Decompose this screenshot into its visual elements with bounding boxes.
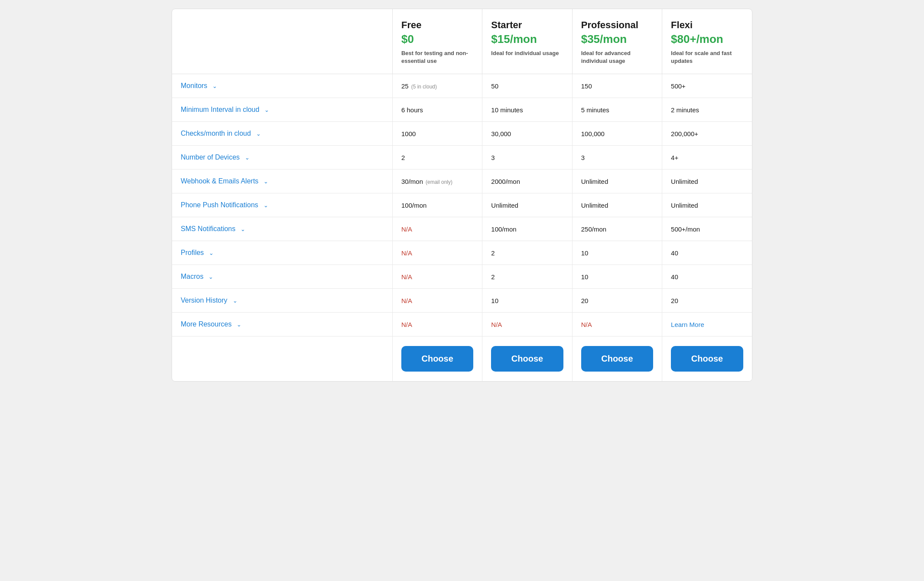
feature-row-10: More Resources ⌄ N/AN/AN/ALearn More bbox=[172, 313, 752, 336]
chevron-down-icon: ⌄ bbox=[264, 178, 268, 185]
feature-row-3: Number of Devices ⌄ 2334+ bbox=[172, 146, 752, 170]
feature-value-row7-col1: 2 bbox=[482, 241, 572, 265]
na-value: N/A bbox=[401, 225, 412, 233]
choose-button-flexi[interactable]: Choose bbox=[671, 346, 743, 372]
choose-button-free[interactable]: Choose bbox=[401, 346, 473, 372]
feature-value-text: 5 minutes bbox=[581, 106, 609, 114]
plan-desc-flexi: Ideal for scale and fast updates bbox=[671, 49, 743, 65]
feature-value-row10-col1: N/A bbox=[482, 313, 572, 336]
pricing-table: Free $0 Best for testing and non-essenti… bbox=[172, 9, 752, 382]
feature-value-row8-col0: N/A bbox=[392, 265, 482, 289]
feature-value-text: 2000/mon bbox=[491, 178, 520, 185]
feature-value-text: 20 bbox=[671, 297, 678, 304]
feature-row-4: Webhook & Emails Alerts ⌄ 30/mon(email o… bbox=[172, 170, 752, 193]
feature-value-row5-col2: Unlimited bbox=[572, 193, 662, 217]
feature-value-text: 2 bbox=[491, 249, 495, 257]
chevron-down-icon: ⌄ bbox=[241, 226, 245, 232]
plan-name-professional: Professional bbox=[581, 20, 653, 31]
feature-value-row1-col3: 2 minutes bbox=[662, 98, 752, 122]
plan-name-flexi: Flexi bbox=[671, 20, 743, 31]
chevron-down-icon: ⌄ bbox=[256, 131, 261, 137]
chevron-down-icon: ⌄ bbox=[237, 321, 241, 328]
feature-label-7[interactable]: Profiles ⌄ bbox=[172, 241, 392, 264]
feature-value-text: Unlimited bbox=[581, 202, 608, 209]
feature-value-row10-col2: N/A bbox=[572, 313, 662, 336]
plan-price-starter: $15/mon bbox=[491, 33, 563, 46]
choose-cell-professional: Choose bbox=[572, 336, 662, 382]
learn-more-link[interactable]: Learn More bbox=[671, 321, 704, 328]
feature-label-10[interactable]: More Resources ⌄ bbox=[172, 313, 392, 336]
feature-label-9[interactable]: Version History ⌄ bbox=[172, 289, 392, 312]
feature-label-text: Phone Push Notifications bbox=[181, 201, 258, 209]
plan-name-free: Free bbox=[401, 20, 473, 31]
feature-value-row7-col3: 40 bbox=[662, 241, 752, 265]
feature-value-text: 50 bbox=[491, 82, 498, 90]
feature-row-5: Phone Push Notifications ⌄ 100/monUnlimi… bbox=[172, 193, 752, 217]
feature-value-text: 200,000+ bbox=[671, 130, 698, 137]
feature-value-text: 3 bbox=[581, 154, 585, 161]
feature-row-2: Checks/month in cloud ⌄ 100030,000100,00… bbox=[172, 122, 752, 146]
chevron-down-icon: ⌄ bbox=[233, 297, 238, 304]
choose-button-starter[interactable]: Choose bbox=[491, 346, 563, 372]
feature-label-text: Webhook & Emails Alerts bbox=[181, 177, 258, 185]
feature-value-row6-col1: 100/mon bbox=[482, 217, 572, 241]
feature-value-text: 10 bbox=[581, 249, 589, 257]
feature-value-text: 500+ bbox=[671, 82, 686, 90]
na-value: N/A bbox=[491, 321, 502, 328]
feature-value-text: 40 bbox=[671, 273, 678, 281]
feature-label-text: More Resources bbox=[181, 320, 231, 328]
plan-name-starter: Starter bbox=[491, 20, 563, 31]
feature-label-2[interactable]: Checks/month in cloud ⌄ bbox=[172, 122, 392, 145]
chevron-down-icon: ⌄ bbox=[264, 202, 268, 209]
sub-label: (5 in cloud) bbox=[411, 84, 437, 90]
feature-label-4[interactable]: Webhook & Emails Alerts ⌄ bbox=[172, 170, 392, 193]
feature-label-text: Minimum Interval in cloud bbox=[181, 106, 259, 114]
feature-value-text: 100,000 bbox=[581, 130, 605, 137]
choose-buttons-row: ChooseChooseChooseChoose bbox=[172, 336, 752, 382]
choose-button-professional[interactable]: Choose bbox=[581, 346, 653, 372]
feature-value-text: 3 bbox=[491, 154, 495, 161]
plan-desc-starter: Ideal for individual usage bbox=[491, 49, 563, 57]
feature-value-row9-col0: N/A bbox=[392, 289, 482, 313]
feature-value-text: Unlimited bbox=[581, 178, 608, 185]
feature-value-row0-col1: 50 bbox=[482, 74, 572, 98]
plan-header-professional: Professional $35/mon Ideal for advanced … bbox=[572, 9, 662, 74]
feature-value-text: 500+/mon bbox=[671, 225, 700, 233]
feature-value-row6-col2: 250/mon bbox=[572, 217, 662, 241]
choose-cell-flexi: Choose bbox=[662, 336, 752, 382]
feature-value-text: 10 bbox=[491, 297, 498, 304]
feature-value-text: 100/mon bbox=[401, 202, 426, 209]
feature-value-row5-col1: Unlimited bbox=[482, 193, 572, 217]
feature-value-text: 100/mon bbox=[491, 225, 516, 233]
feature-label-3[interactable]: Number of Devices ⌄ bbox=[172, 146, 392, 169]
feature-value-text: 25 bbox=[401, 82, 409, 90]
feature-value-row1-col2: 5 minutes bbox=[572, 98, 662, 122]
plan-price-flexi: $80+/mon bbox=[671, 33, 743, 46]
feature-label-8[interactable]: Macros ⌄ bbox=[172, 265, 392, 288]
feature-value-text: 250/mon bbox=[581, 225, 606, 233]
feature-value-row2-col0: 1000 bbox=[392, 122, 482, 146]
feature-label-1[interactable]: Minimum Interval in cloud ⌄ bbox=[172, 98, 392, 121]
plan-header-flexi: Flexi $80+/mon Ideal for scale and fast … bbox=[662, 9, 752, 74]
feature-label-6[interactable]: SMS Notifications ⌄ bbox=[172, 217, 392, 241]
feature-label-5[interactable]: Phone Push Notifications ⌄ bbox=[172, 193, 392, 217]
feature-row-0: Monitors ⌄ 25(5 in cloud)50150500+ bbox=[172, 74, 752, 98]
na-value: N/A bbox=[581, 321, 592, 328]
feature-label-0[interactable]: Monitors ⌄ bbox=[172, 74, 392, 98]
plan-price-free: $0 bbox=[401, 33, 473, 46]
plan-price-professional: $35/mon bbox=[581, 33, 653, 46]
feature-value-row6-col3: 500+/mon bbox=[662, 217, 752, 241]
feature-value-row2-col3: 200,000+ bbox=[662, 122, 752, 146]
feature-value-text: 4+ bbox=[671, 154, 678, 161]
feature-value-row3-col3: 4+ bbox=[662, 146, 752, 170]
feature-value-row8-col2: 10 bbox=[572, 265, 662, 289]
feature-row-6: SMS Notifications ⌄ N/A100/mon250/mon500… bbox=[172, 217, 752, 241]
feature-value-text: 2 bbox=[491, 273, 495, 281]
feature-value-row7-col0: N/A bbox=[392, 241, 482, 265]
feature-value-text: 10 bbox=[581, 273, 589, 281]
feature-row-8: Macros ⌄ N/A21040 bbox=[172, 265, 752, 289]
na-value: N/A bbox=[401, 297, 412, 304]
feature-value-row9-col3: 20 bbox=[662, 289, 752, 313]
feature-value-text: 2 minutes bbox=[671, 106, 699, 114]
feature-value-row3-col0: 2 bbox=[392, 146, 482, 170]
